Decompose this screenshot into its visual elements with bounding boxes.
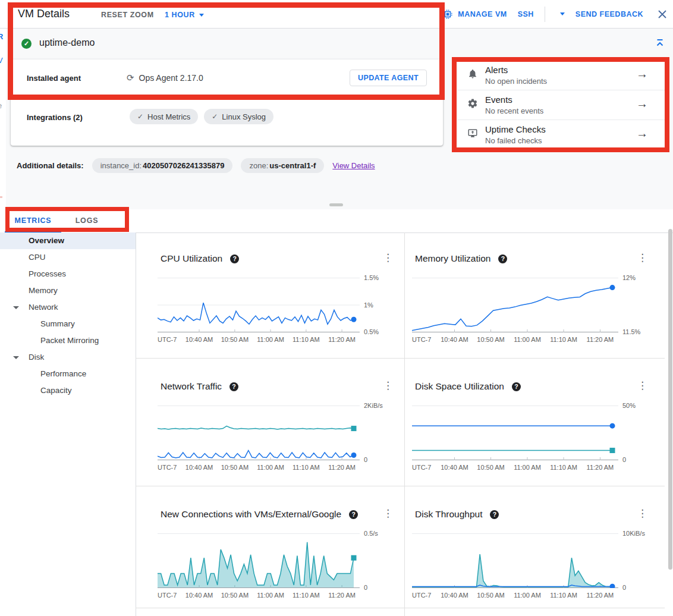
status-ok-icon: ✓ (21, 39, 32, 49)
ssh-options-dropdown[interactable] (556, 12, 565, 15)
y-axis-tick-label: 10KiB/s (622, 530, 645, 537)
y-axis-tick-label: 0 (364, 584, 367, 591)
chart-plot[interactable] (158, 406, 360, 460)
sidebar-item-memory[interactable]: Memory (0, 282, 136, 299)
x-axis-tick-label: 11:10 AM (293, 336, 320, 343)
chart-cpu-utilization: CPU Utilization? ⋮ 1.5%1%0.5% UTC-710:40… (158, 249, 407, 350)
help-icon[interactable]: ? (230, 254, 239, 263)
tab-logs[interactable]: LOGS (61, 209, 112, 232)
help-icon[interactable]: ? (498, 254, 507, 263)
collapse-details-icon[interactable] (655, 38, 665, 50)
uptime-monitor-icon (467, 128, 478, 141)
chart-plot[interactable] (412, 278, 618, 332)
alerts-subtitle: No open incidents (485, 77, 547, 86)
x-axis-tick-label: UTC-7 (158, 336, 177, 343)
help-icon[interactable]: ? (512, 382, 521, 391)
chevron-down-icon (560, 12, 565, 15)
scrollbar-thumb[interactable] (668, 229, 672, 570)
integrations-row: Integrations (2) ✓ Host Metrics ✓ Linux … (11, 96, 443, 146)
chart-disk-space-utilization: Disk Space Utilization? ⋮ 50%0 UTC-710:4… (412, 376, 662, 477)
chart-title: Disk Throughput (415, 509, 482, 520)
chart-menu-icon[interactable]: ⋮ (383, 252, 393, 264)
sidebar-item-capacity[interactable]: Capacity (0, 382, 136, 399)
x-axis-tick-label: 11:00 AM (514, 592, 541, 599)
x-axis-tick-label: 11:00 AM (257, 464, 284, 471)
chart-menu-icon[interactable]: ⋮ (383, 380, 393, 392)
zone-chip: zone : us-central1-f (241, 158, 324, 173)
agent-version: ⟳ Ops Agent 2.17.0 (127, 73, 203, 83)
x-axis-labels: UTC-710:40 AM10:50 AM11:00 AM11:10 AM11:… (412, 336, 618, 344)
update-agent-button[interactable]: UPDATE AGENT (350, 70, 427, 86)
arrow-right-icon[interactable]: → (636, 97, 648, 111)
alerts-row[interactable]: Alerts No open incidents → (458, 61, 665, 90)
uptime-checks-row[interactable]: Uptime Checks No failed checks → (458, 120, 665, 149)
help-icon[interactable]: ? (490, 510, 499, 519)
tab-metrics[interactable]: METRICS (5, 209, 61, 232)
chip-key: zone (249, 161, 266, 170)
sidebar-item-summary[interactable]: Summary (0, 316, 136, 332)
x-axis-tick-label: 11:20 AM (587, 336, 614, 343)
chart-plot[interactable] (412, 406, 618, 460)
help-icon[interactable]: ? (229, 382, 238, 391)
help-icon[interactable]: ? (349, 510, 358, 519)
chart-title: CPU Utilization (161, 253, 222, 264)
integration-chip-linux-syslog[interactable]: ✓ Linux Syslog (204, 109, 273, 124)
x-axis-labels: UTC-710:40 AM10:50 AM11:00 AM11:10 AM11:… (412, 592, 618, 599)
sidebar-item-packet-mirroring[interactable]: Packet Mirroring (0, 332, 136, 349)
installed-agent-row: Installed agent ⟳ Ops Agent 2.17.0 UPDAT… (11, 59, 443, 96)
chart-plot[interactable] (158, 278, 360, 332)
check-icon: ✓ (137, 112, 143, 121)
chart-menu-icon[interactable]: ⋮ (637, 252, 647, 264)
additional-details-label: Additional details: (17, 161, 84, 170)
chart-plot[interactable] (158, 533, 360, 588)
chip-separator: : (266, 161, 269, 170)
panel-drag-handle[interactable] (329, 203, 343, 206)
sidebar-item-processes[interactable]: Processes (0, 266, 136, 282)
ssh-button[interactable]: SSH (518, 10, 534, 18)
x-axis-tick-label: UTC-7 (412, 336, 431, 343)
sidebar-item-performance[interactable]: Performance (0, 366, 136, 382)
chart-row-divider (136, 358, 665, 359)
chart-new-connections: New Connections with VMs/External/Google… (158, 504, 407, 605)
installed-agent-label: Installed agent (27, 74, 81, 83)
x-axis-labels: UTC-710:40 AM10:50 AM11:00 AM11:10 AM11:… (158, 592, 360, 599)
x-axis-tick-label: 11:10 AM (550, 464, 577, 471)
x-axis-labels: UTC-710:40 AM10:50 AM11:00 AM11:10 AM11:… (412, 464, 618, 472)
close-icon[interactable] (658, 10, 667, 19)
sidebar-item-disk[interactable]: Disk (0, 349, 136, 366)
chart-menu-icon[interactable]: ⋮ (637, 508, 647, 520)
integration-chip-host-metrics[interactable]: ✓ Host Metrics (130, 109, 198, 124)
x-axis-tick-label: 11:20 AM (328, 464, 356, 471)
x-axis-tick-label: 10:40 AM (185, 592, 213, 599)
manage-vm-button[interactable]: MANAGE VM (442, 9, 507, 20)
x-axis-tick-label: UTC-7 (412, 592, 431, 599)
arrow-right-icon[interactable]: → (636, 67, 648, 81)
metrics-logs-tabbar: METRICS LOGS (0, 209, 673, 233)
y-axis-tick-label: 12% (622, 274, 636, 281)
x-axis-tick-label: 11:20 AM (328, 592, 356, 599)
x-axis-tick-label: 11:20 AM (587, 592, 614, 599)
cutoff-color-mark (0, 196, 2, 198)
header-divider (545, 7, 545, 22)
time-range-dropdown[interactable]: 1 HOUR (165, 11, 204, 19)
x-axis-tick-label: 11:00 AM (514, 336, 541, 343)
events-row[interactable]: Events No recent events → (458, 90, 665, 120)
ssh-label: SSH (518, 10, 534, 18)
arrow-right-icon[interactable]: → (636, 127, 648, 140)
y-axis-tick-label: 11.5% (622, 328, 640, 335)
sidebar-item-network[interactable]: Network (0, 299, 136, 316)
reset-zoom-button[interactable]: RESET ZOOM (101, 11, 154, 19)
sidebar-item-cpu[interactable]: CPU (0, 249, 136, 266)
page-title: VM Details (18, 8, 70, 20)
chart-row-divider (136, 608, 665, 608)
view-details-link[interactable]: View Details (332, 161, 375, 170)
x-axis-tick-label: UTC-7 (158, 592, 177, 599)
sidebar-item-overview[interactable]: Overview (0, 232, 136, 249)
chart-menu-icon[interactable]: ⋮ (637, 380, 647, 392)
integration-chip-label: Host Metrics (147, 112, 190, 121)
events-subtitle: No recent events (485, 106, 543, 115)
x-axis-labels: UTC-710:40 AM10:50 AM11:00 AM11:10 AM11:… (158, 464, 360, 472)
chart-plot[interactable] (412, 533, 618, 588)
chart-menu-icon[interactable]: ⋮ (383, 508, 393, 520)
send-feedback-button[interactable]: SEND FEEDBACK (575, 10, 643, 18)
